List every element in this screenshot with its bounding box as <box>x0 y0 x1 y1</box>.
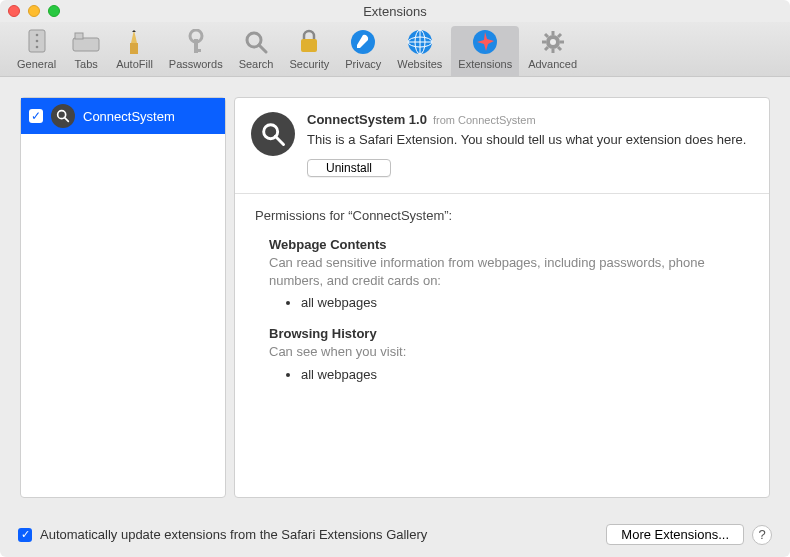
tab-label: Extensions <box>458 58 512 70</box>
traffic-lights <box>8 5 60 17</box>
extension-header: ConnectSystem 1.0 from ConnectSystem Thi… <box>235 98 769 194</box>
svg-rect-5 <box>75 33 83 39</box>
tab-advanced[interactable]: Advanced <box>521 26 584 76</box>
svg-line-33 <box>275 136 283 144</box>
content-area: ✓ ConnectSystem ConnectSystem 1.0 from C… <box>0 77 790 518</box>
more-extensions-button[interactable]: More Extensions... <box>606 524 744 545</box>
permission-item: all webpages <box>301 367 749 382</box>
svg-line-29 <box>558 34 561 37</box>
extensions-sidebar: ✓ ConnectSystem <box>20 97 226 498</box>
tab-extensions[interactable]: Extensions <box>451 26 519 76</box>
tab-websites[interactable]: Websites <box>390 26 449 76</box>
permissions-title: Permissions for “ConnectSystem”: <box>255 208 749 223</box>
tab-label: Security <box>289 58 329 70</box>
extension-header-text: ConnectSystem 1.0 from ConnectSystem Thi… <box>307 112 753 177</box>
tab-security[interactable]: Security <box>282 26 336 76</box>
tab-tabs[interactable]: Tabs <box>65 26 107 76</box>
autofill-icon <box>120 28 148 56</box>
extension-list-item[interactable]: ✓ ConnectSystem <box>21 98 225 134</box>
titlebar: Extensions <box>0 0 790 22</box>
svg-line-31 <box>64 117 68 121</box>
permission-heading: Webpage Contents <box>269 237 749 252</box>
window-title: Extensions <box>0 4 790 19</box>
svg-point-3 <box>35 46 38 49</box>
security-icon <box>295 28 323 56</box>
tab-label: Tabs <box>75 58 98 70</box>
help-button[interactable]: ? <box>752 525 772 545</box>
extension-from: from ConnectSystem <box>433 114 536 126</box>
extension-description: This is a Safari Extension. You should t… <box>307 131 753 149</box>
minimize-window-button[interactable] <box>28 5 40 17</box>
tab-search[interactable]: Search <box>232 26 281 76</box>
search-icon <box>242 28 270 56</box>
permission-description: Can read sensitive information from webp… <box>269 254 749 289</box>
permission-block-browsing-history: Browsing History Can see when you visit:… <box>269 326 749 382</box>
advanced-icon <box>539 28 567 56</box>
svg-rect-6 <box>130 43 138 54</box>
tab-privacy[interactable]: Privacy <box>338 26 388 76</box>
tab-general[interactable]: General <box>10 26 63 76</box>
svg-line-28 <box>545 47 548 50</box>
permission-heading: Browsing History <box>269 326 749 341</box>
tab-passwords[interactable]: Passwords <box>162 26 230 76</box>
permission-block-webpage-contents: Webpage Contents Can read sensitive info… <box>269 237 749 310</box>
auto-update-checkbox[interactable]: ✓ <box>18 528 32 542</box>
permission-description: Can see when you visit: <box>269 343 749 361</box>
tab-autofill[interactable]: AutoFill <box>109 26 160 76</box>
extension-icon-large <box>251 112 295 156</box>
websites-icon <box>406 28 434 56</box>
svg-line-27 <box>558 47 561 50</box>
tabs-icon <box>72 28 100 56</box>
svg-point-2 <box>35 40 38 43</box>
svg-rect-4 <box>73 38 99 51</box>
extension-icon <box>51 104 75 128</box>
svg-rect-9 <box>194 49 201 52</box>
close-window-button[interactable] <box>8 5 20 17</box>
uninstall-button[interactable]: Uninstall <box>307 159 391 177</box>
preferences-window: Extensions General Tabs AutoFill Passwor… <box>0 0 790 557</box>
extension-name-version: ConnectSystem 1.0 <box>307 112 427 127</box>
permission-item: all webpages <box>301 295 749 310</box>
svg-point-21 <box>550 39 556 45</box>
preferences-toolbar: General Tabs AutoFill Passwords Search <box>0 22 790 77</box>
general-icon <box>23 28 51 56</box>
svg-line-11 <box>259 45 266 52</box>
passwords-icon <box>182 28 210 56</box>
extension-enable-checkbox[interactable]: ✓ <box>29 109 43 123</box>
tab-label: Passwords <box>169 58 223 70</box>
tab-label: Privacy <box>345 58 381 70</box>
svg-line-26 <box>545 34 548 37</box>
auto-update-label: Automatically update extensions from the… <box>40 527 598 542</box>
privacy-icon <box>349 28 377 56</box>
tab-label: General <box>17 58 56 70</box>
svg-point-1 <box>35 34 38 37</box>
tab-label: Search <box>239 58 274 70</box>
extension-detail-panel: ConnectSystem 1.0 from ConnectSystem Thi… <box>234 97 770 498</box>
zoom-window-button[interactable] <box>48 5 60 17</box>
extension-name: ConnectSystem <box>83 109 175 124</box>
footer: ✓ Automatically update extensions from t… <box>0 518 790 557</box>
permissions-section: Permissions for “ConnectSystem”: Webpage… <box>235 194 769 412</box>
svg-rect-12 <box>301 39 317 52</box>
extensions-icon <box>471 28 499 56</box>
tab-label: Advanced <box>528 58 577 70</box>
tab-label: AutoFill <box>116 58 153 70</box>
tab-label: Websites <box>397 58 442 70</box>
